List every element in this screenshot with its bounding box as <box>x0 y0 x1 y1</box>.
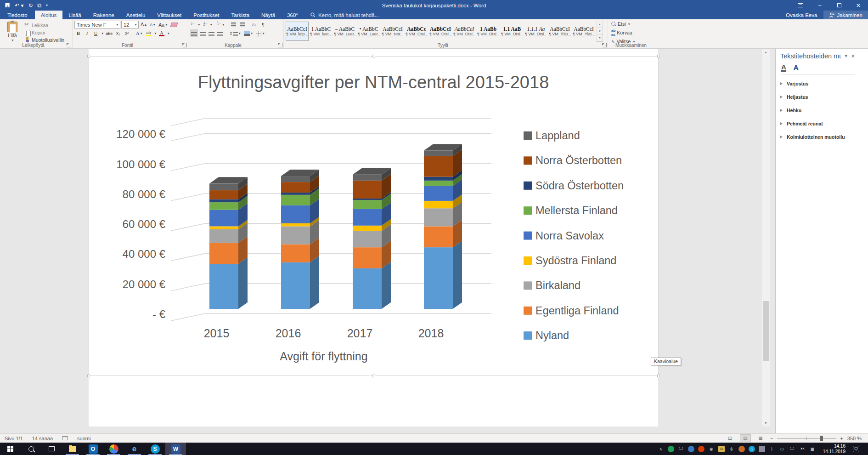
zoom-slider[interactable] <box>777 438 836 439</box>
clear-formatting-button[interactable] <box>170 21 178 28</box>
font-size-combo[interactable]: 12▼ <box>121 21 139 28</box>
tell-me-search[interactable]: Kerro, mitä haluat tehdä... <box>310 11 379 19</box>
ribbon-display-options-icon[interactable] <box>791 0 810 11</box>
align-left-button[interactable] <box>190 29 198 37</box>
scroll-down-icon[interactable]: ▼ <box>762 420 770 427</box>
line-spacing-button[interactable]: ⇕▼ <box>228 29 242 37</box>
read-mode-icon[interactable]: 🕮 <box>725 434 736 442</box>
internet-explorer-icon[interactable]: e <box>124 443 145 455</box>
share-button[interactable]: Jakaminen <box>823 11 868 19</box>
word-icon[interactable]: W <box>165 443 186 455</box>
multilevel-list-button[interactable]: ⋮– ⋮–▼ <box>214 21 225 28</box>
tab-näytä[interactable]: Näytä <box>255 11 281 19</box>
minimize-button[interactable]: – <box>810 0 829 11</box>
style-chip[interactable]: AaBbCcI¶ VM_Otsi... <box>453 22 476 41</box>
restore-button[interactable] <box>829 0 849 11</box>
zoom-in-button[interactable]: + <box>840 436 843 441</box>
tab-asettelu[interactable]: Asettelu <box>120 11 152 19</box>
numbering-button[interactable]: 1–2–▼ <box>202 21 213 28</box>
scroll-up-icon[interactable]: ▲ <box>762 49 770 56</box>
underline-button[interactable]: U <box>92 29 100 37</box>
cut-button[interactable]: Leikkaa <box>23 22 66 28</box>
pane-item-heijastus[interactable]: Heijastus <box>780 94 855 100</box>
selection-handle[interactable] <box>372 55 375 57</box>
expand-triangle-icon[interactable] <box>780 136 783 138</box>
task-view-icon[interactable] <box>41 443 62 455</box>
volume-muted-tray-icon[interactable]: 🕨× <box>799 446 806 452</box>
superscript-button[interactable]: x² <box>123 29 131 37</box>
zoom-out-button[interactable]: − <box>770 436 773 441</box>
styles-dialog-launcher[interactable] <box>603 43 607 47</box>
selection-handle[interactable] <box>87 375 90 377</box>
show-formatting-button[interactable]: ¶ <box>259 21 267 28</box>
antivirus-tray-icon[interactable] <box>668 446 674 452</box>
font-dialog-launcher[interactable] <box>183 43 187 47</box>
display-tray-icon[interactable]: 🖵 <box>678 446 684 452</box>
style-chip[interactable]: 1.1 AaB¶ VM_Otsi... <box>501 22 524 41</box>
outlook-icon[interactable]: O <box>83 443 103 455</box>
signed-in-user[interactable]: Ovaska Eeva <box>779 12 823 18</box>
tab-rakenne[interactable]: Rakenne <box>87 11 120 19</box>
expand-triangle-icon[interactable] <box>780 82 783 85</box>
styles-scroll-down-icon[interactable]: ▼ <box>597 28 603 35</box>
sync-tray-icon[interactable] <box>688 446 694 452</box>
tab-tarkista[interactable]: Tarkista <box>225 11 255 19</box>
print-layout-icon[interactable]: ▤ <box>740 434 751 442</box>
highlight-color-button[interactable]: ab <box>145 29 152 37</box>
copy-button[interactable]: Kopioi <box>23 29 66 36</box>
proofing-book-icon[interactable] <box>57 436 73 441</box>
notification-center-icon[interactable]: 🗨 <box>853 446 859 452</box>
style-chip[interactable]: AaBbCcI¶ VM_Otsi... <box>429 22 452 41</box>
text-effects-tab-icon[interactable]: A <box>794 63 799 72</box>
document-area[interactable]: Flyttningsavgifter per NTM-central 2015-… <box>0 49 770 427</box>
styles-scroll-up-icon[interactable]: ▲ <box>597 21 603 28</box>
style-chip[interactable]: 1 AaBb¶ VM_Otsi... <box>477 22 500 41</box>
style-chip[interactable]: 1 AaBbC¶ VM_luet... <box>310 22 333 41</box>
text-effects-button[interactable]: A▼ <box>135 29 144 37</box>
chrome-icon[interactable] <box>103 443 124 455</box>
pane-item-pehmeät-reunat[interactable]: Pehmeät reunat <box>780 121 855 126</box>
paste-button[interactable]: Liitä ▼ <box>2 21 23 42</box>
language-indicator[interactable]: suomi <box>73 436 95 441</box>
mail-tray-icon[interactable]: ✉ <box>718 446 725 452</box>
expand-triangle-icon[interactable] <box>780 122 783 125</box>
skype-tray-tray-icon[interactable]: S <box>749 446 755 452</box>
expand-triangle-icon[interactable] <box>780 109 783 112</box>
justify-button[interactable] <box>216 29 224 37</box>
selection-handle[interactable] <box>87 55 90 57</box>
bold-button[interactable]: B <box>74 29 82 37</box>
paragraph-dialog-launcher[interactable] <box>278 43 282 47</box>
battery-tray-icon[interactable]: ▭ <box>779 446 785 452</box>
replace-button[interactable]: abacKorvaa <box>610 28 658 37</box>
style-chip[interactable]: • AaBbC¶ VM_Luet... <box>357 22 380 41</box>
italic-button[interactable]: I <box>83 29 91 37</box>
decrease-indent-button[interactable] <box>230 21 237 28</box>
bluetooth-tray-icon[interactable]: ᛒ <box>769 446 775 452</box>
clipboard-dialog-launcher[interactable] <box>67 43 71 47</box>
sort-button[interactable]: A↓ <box>250 21 258 28</box>
expand-triangle-icon[interactable] <box>780 96 783 98</box>
web-layout-icon[interactable]: ▦ <box>755 434 766 442</box>
styles-gallery-scroll[interactable]: ▲ ▼ ▼̲ <box>597 21 603 42</box>
start-icon[interactable] <box>0 443 21 455</box>
styles-more-icon[interactable]: ▼̲ <box>597 34 603 41</box>
tab-360°[interactable]: 360° <box>281 11 304 19</box>
selection-handle[interactable] <box>657 375 660 377</box>
shading-button[interactable]: ▼ <box>243 29 254 37</box>
font-color-button[interactable]: A <box>158 29 165 37</box>
taskbar-clock[interactable]: 14.16 14.11.2019 <box>819 444 849 454</box>
subscript-button[interactable]: x₂ <box>114 29 122 37</box>
format-painter-button[interactable]: Muotoilusivellin <box>23 36 66 43</box>
word-count[interactable]: 14 sanaa <box>28 436 57 441</box>
bullets-button[interactable]: •–•–▼ <box>190 21 201 28</box>
grow-font-button[interactable]: A▲ <box>140 21 148 28</box>
selection-handle[interactable] <box>372 375 375 377</box>
tab-viittaukset[interactable]: Viittaukset <box>151 11 187 19</box>
style-chip[interactable]: – AaBbC¶ VM_Luet... <box>333 22 356 41</box>
chart-area[interactable]: Flyttningsavgifter per NTM-central 2015-… <box>89 56 659 376</box>
style-chip[interactable]: AaBbCcI¶ VM_Ylät... <box>572 22 595 41</box>
updates-tray-icon[interactable] <box>738 446 745 452</box>
style-chip[interactable]: AaBbCc¶ VM_Otsi... <box>405 22 428 41</box>
tab-lisää[interactable]: Lisää <box>62 11 87 19</box>
style-chip[interactable]: AaBbCcI¶ VM_Riip... <box>548 22 571 41</box>
